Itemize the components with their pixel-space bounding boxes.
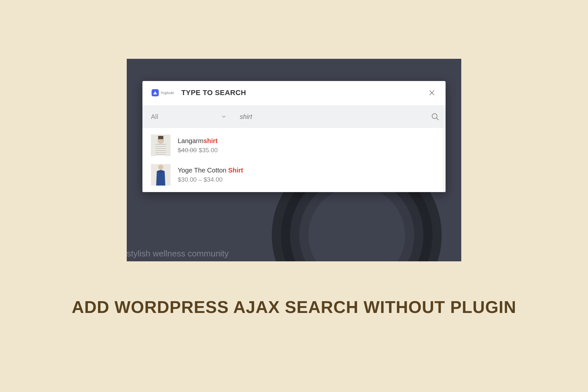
svg-rect-4	[158, 136, 163, 139]
result-price: $30.00 – $34.00	[178, 176, 243, 183]
search-results: Langarmshirt $40.00$35.00	[142, 128, 446, 192]
modal-header: Yogitude TYPE TO SEARCH	[142, 81, 446, 101]
search-result-item[interactable]: Langarmshirt $40.00$35.00	[142, 130, 446, 159]
search-bar: All	[142, 105, 446, 128]
product-image-icon	[151, 135, 171, 156]
site-logo[interactable]: Yogitude	[152, 89, 174, 96]
search-modal: Yogitude TYPE TO SEARCH All	[142, 81, 446, 192]
search-result-item[interactable]: Yoge The Cotton Shirt $30.00 – $34.00	[142, 159, 446, 189]
category-selected-label: All	[151, 113, 158, 121]
result-text: Langarmshirt $40.00$35.00	[178, 137, 218, 154]
svg-point-6	[158, 165, 163, 170]
search-icon	[431, 112, 439, 121]
result-price: $40.00$35.00	[178, 147, 218, 154]
result-thumbnail	[151, 164, 171, 186]
search-submit-button[interactable]	[425, 105, 446, 128]
logo-text: Yogitude	[161, 91, 174, 95]
page-headline: ADD WORDPRESS AJAX SEARCH WITHOUT PLUGIN	[72, 297, 516, 317]
result-thumbnail	[151, 135, 171, 156]
result-title: Langarmshirt	[178, 137, 218, 145]
close-icon	[428, 89, 435, 96]
result-title: Yoge The Cotton Shirt	[178, 167, 243, 174]
background-tagline: stylish wellness community	[127, 249, 229, 259]
logo-mark-icon	[152, 89, 159, 96]
chevron-down-icon	[221, 114, 227, 120]
close-button[interactable]	[427, 88, 436, 97]
search-input[interactable]	[234, 105, 425, 128]
product-image-icon	[151, 164, 171, 186]
modal-title: TYPE TO SEARCH	[181, 89, 246, 97]
category-select[interactable]: All	[142, 105, 234, 128]
screenshot-stage: stylish wellness community Yogitude TYPE…	[127, 59, 461, 261]
result-text: Yoge The Cotton Shirt $30.00 – $34.00	[178, 167, 243, 183]
